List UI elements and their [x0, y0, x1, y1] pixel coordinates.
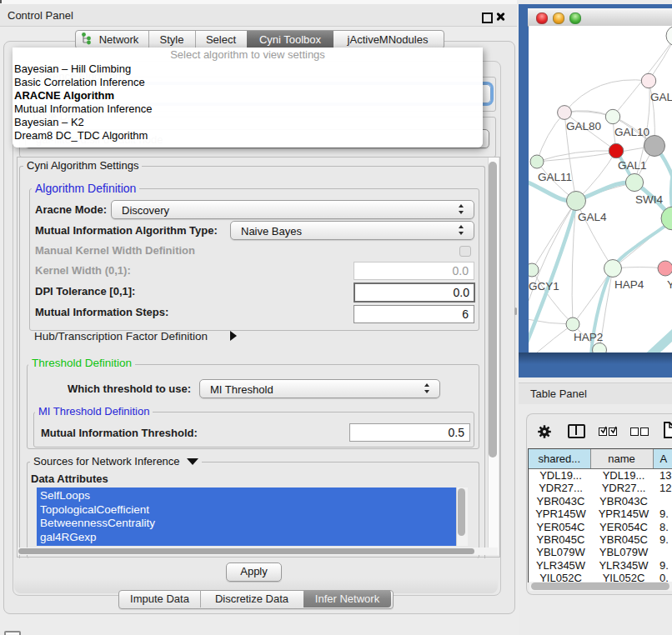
svg-text:GAL4: GAL4 [578, 211, 607, 223]
svg-text:SWI4: SWI4 [635, 193, 663, 206]
svg-text:HAP2: HAP2 [574, 331, 603, 343]
svg-text:GAL1: GAL1 [618, 159, 647, 172]
svg-text:GAL80: GAL80 [566, 120, 601, 132]
svg-text:GAL11: GAL11 [538, 171, 572, 183]
svg-text:Y: Y [667, 278, 672, 291]
svg-text:GCY1: GCY1 [529, 280, 559, 292]
svg-text:GAL8: GAL8 [650, 91, 672, 103]
svg-text:GAL10: GAL10 [614, 126, 649, 138]
svg-text:HAP4: HAP4 [614, 278, 644, 291]
